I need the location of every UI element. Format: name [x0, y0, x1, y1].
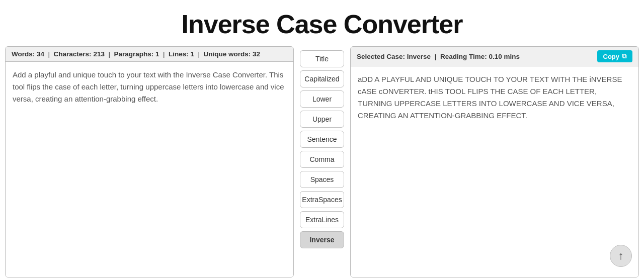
case-btn-lower[interactable]: Lower — [300, 90, 344, 108]
case-btn-extralines[interactable]: ExtraLines — [300, 211, 344, 228]
stats-paragraphs-label: Paragraphs: — [114, 50, 153, 58]
left-panel: Words: 34 | Characters: 213 | Paragraphs… — [5, 46, 294, 277]
stats-chars-value: 213 — [93, 50, 105, 58]
result-text: aDD A PLAYFUL AND UNIQUE TOUCH TO YOUR T… — [351, 66, 638, 277]
case-btn-spaces[interactable]: Spaces — [300, 171, 344, 188]
stats-unique-value: 32 — [253, 50, 260, 58]
selected-case-value: Inverse — [407, 53, 431, 60]
case-btn-capitalized[interactable]: Capitalized — [300, 70, 344, 87]
page-title: Inverse Case Converter — [0, 0, 644, 46]
scroll-top-button[interactable]: ↑ — [610, 245, 632, 267]
stats-words-label: Words: — [12, 50, 35, 58]
selected-case-label: Selected Case: — [357, 53, 405, 60]
case-btn-upper[interactable]: Upper — [300, 111, 344, 128]
case-btn-comma[interactable]: Comma — [300, 151, 344, 168]
center-panel: TitleCapitalizedLowerUpperSentenceCommaS… — [294, 46, 350, 277]
case-btn-title[interactable]: Title — [300, 50, 344, 67]
stats-chars-label: Characters: — [54, 50, 92, 58]
case-btn-extraspaces[interactable]: ExtraSpaces — [300, 191, 344, 208]
case-btn-sentence[interactable]: Sentence — [300, 131, 344, 148]
stats-bar: Words: 34 | Characters: 213 | Paragraphs… — [6, 47, 293, 62]
scroll-top-icon: ↑ — [618, 249, 624, 262]
right-panel: Selected Case: Inverse | Reading Time: 0… — [350, 46, 639, 277]
text-input[interactable] — [6, 62, 293, 277]
reading-time-label: Reading Time: — [440, 53, 487, 60]
copy-icon: ⧉ — [622, 52, 626, 60]
main-layout: Words: 34 | Characters: 213 | Paragraphs… — [0, 46, 644, 277]
copy-label: Copy — [603, 53, 620, 60]
reading-time-value: 0.10 mins — [489, 53, 520, 60]
stats-words-value: 34 — [37, 50, 44, 58]
stats-unique-label: Unique words: — [204, 50, 251, 58]
case-btn-inverse[interactable]: Inverse — [300, 231, 344, 248]
stats-lines-value: 1 — [191, 50, 195, 58]
stats-lines-label: Lines: — [169, 50, 189, 58]
stats-paragraphs-value: 1 — [155, 50, 159, 58]
result-meta: Selected Case: Inverse | Reading Time: 0… — [357, 53, 520, 60]
result-bar: Selected Case: Inverse | Reading Time: 0… — [351, 47, 638, 66]
copy-button[interactable]: Copy ⧉ — [597, 50, 633, 62]
